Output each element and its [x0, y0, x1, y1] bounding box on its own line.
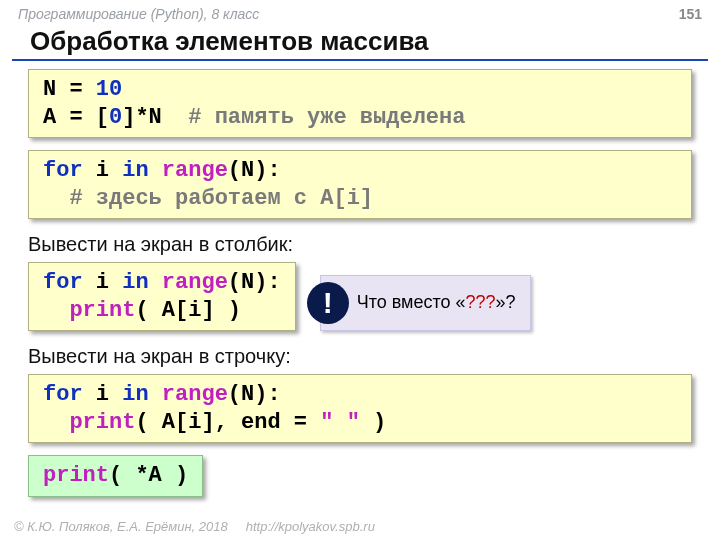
exclamation-icon: ! [307, 282, 349, 324]
footer: © К.Ю. Поляков, Е.А. Ерёмин, 2018 http:/… [14, 519, 375, 534]
footer-url: http://kpolyakov.spb.ru [246, 519, 375, 534]
content: N = 10 A = [0]*N # память уже выделена f… [0, 69, 720, 509]
code-block-4: for i in range(N): print( A[i], end = " … [28, 374, 692, 443]
callout: ! Что вместо «???»? [320, 275, 531, 331]
code-block-2: for i in range(N): # здесь работаем с A[… [28, 150, 692, 219]
code-block-3: for i in range(N): print( A[i] ) [28, 262, 296, 331]
subheading-2: Вывести на экран в строчку: [24, 343, 696, 374]
subheading-1: Вывести на экран в столбик: [24, 231, 696, 262]
callout-text: Что вместо «???»? [357, 292, 516, 313]
page-number: 151 [679, 6, 702, 22]
comment: # память уже выделена [188, 105, 465, 130]
code-block-5: print( *A ) [28, 455, 203, 497]
comment: # здесь работаем с A[i] [43, 186, 373, 211]
code-block-1: N = 10 A = [0]*N # память уже выделена [28, 69, 692, 138]
copyright: © К.Ю. Поляков, Е.А. Ерёмин, 2018 [14, 519, 228, 534]
page-title: Обработка элементов массива [12, 22, 708, 61]
course-name: Программирование (Python), 8 класс [18, 6, 259, 22]
slide-header: Программирование (Python), 8 класс 151 [0, 0, 720, 22]
